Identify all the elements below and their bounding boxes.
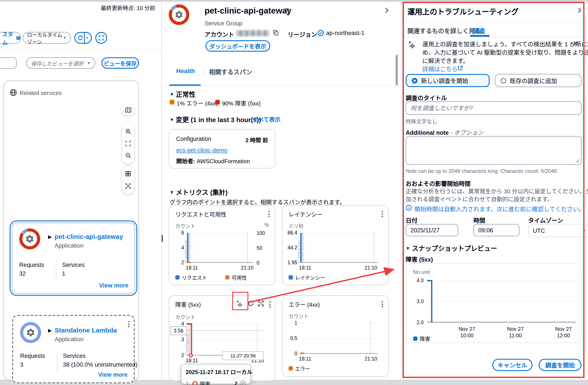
custom-range-button[interactable]: スタム xyxy=(0,32,21,44)
minimap-button[interactable] xyxy=(122,104,134,116)
explore-point-icon[interactable] xyxy=(240,380,246,385)
requests-label: Requests xyxy=(20,353,45,359)
tab-health[interactable]: Health xyxy=(176,67,195,74)
refresh-options-caret[interactable]: ▼ xyxy=(86,36,89,39)
card-menu-kebab[interactable] xyxy=(127,320,130,328)
expand-all-icon[interactable] xyxy=(125,183,131,189)
chart-title: エラー (4xx) xyxy=(289,300,320,308)
chart-plot[interactable]: Configurat... xyxy=(187,233,254,263)
chart-plot[interactable] xyxy=(427,280,576,322)
expand-node-icon[interactable]: ▶ xyxy=(48,234,52,240)
refresh-icon[interactable] xyxy=(248,300,254,307)
legend-item[interactable]: レイテンシー xyxy=(289,274,325,281)
time-input[interactable] xyxy=(473,224,519,236)
cancel-button[interactable]: キャンセル xyxy=(492,359,532,371)
legend-item[interactable]: 障害 xyxy=(413,335,430,342)
view-more-link[interactable]: View more xyxy=(98,371,128,378)
resize-handle-icon[interactable] xyxy=(575,159,580,163)
filter-input-partial[interactable] xyxy=(0,57,17,69)
account-value-redacted xyxy=(236,30,269,36)
chart-tooltip: 2025-11-27 18:17 ローカル 1. 障害 2 xyxy=(181,364,251,384)
app-root: 最終更新時点: 10 分前 スタム ローカルタイムゾーン ▼ ▼ 保存したビュー… xyxy=(0,0,588,385)
service-card-link[interactable]: pet-clinic-api-gateway xyxy=(55,233,123,240)
banner-line2: め、入力に基づいて AI 駆動型の提案を受け取り、問題をより迅速 xyxy=(422,48,588,56)
health-donut xyxy=(19,228,40,249)
calendar-icon xyxy=(16,35,21,41)
refresh-icon xyxy=(77,35,83,41)
option-add-existing[interactable]: 既存の調査に追加 xyxy=(495,74,581,87)
snapshot-metric-label: 障害 (5xx) xyxy=(406,255,433,263)
scrollbar-thumb[interactable] xyxy=(396,55,398,85)
panel-tabs-divider xyxy=(403,37,585,37)
tab-explore-related[interactable]: 関連するものを詳しく見る xyxy=(407,26,481,35)
collapse-panel-chevron-icon[interactable] xyxy=(383,7,390,14)
impact-desc-line2: 加される調査イベントに合わせて自動的に設定されます。 xyxy=(406,195,553,203)
close-icon[interactable] xyxy=(573,40,579,47)
timezone-dropdown[interactable]: UTC ▼ xyxy=(528,224,588,237)
timezone-select[interactable]: ローカルタイムゾーン ▼ xyxy=(23,32,71,44)
legend-item[interactable]: 可用性 xyxy=(225,274,247,281)
panel-divider-right xyxy=(402,2,403,380)
expand-chart-icon[interactable] xyxy=(257,300,264,307)
expand-node-icon[interactable]: ▶ xyxy=(48,328,52,333)
chart-plot[interactable]: Configurat... xyxy=(300,233,378,263)
y-tick: 44.2 xyxy=(283,245,297,250)
caret-down-icon[interactable]: ▼ xyxy=(170,92,174,97)
chart-card-latency[interactable]: レイテンシー ミリ秒 86.4 44.2 1.95 Configurat... … xyxy=(282,205,389,285)
chart-menu-kebab[interactable] xyxy=(268,301,272,308)
time-label: 時間 xyxy=(473,216,485,225)
services-value: 1 xyxy=(62,270,65,277)
view-dashboard-button[interactable]: ダッシュボードを表示 xyxy=(206,40,270,52)
open-panel-chevron-icon[interactable] xyxy=(576,7,583,14)
change-link[interactable]: ecs-pet-clinic-demo xyxy=(176,147,227,154)
x-tick: 21:10 xyxy=(241,265,253,270)
start-investigation-button[interactable]: 調査を開始 xyxy=(539,359,581,371)
custom-range-label: スタム xyxy=(2,29,14,46)
tab-investigate[interactable]: 調査 xyxy=(473,26,485,35)
chart-menu-kebab[interactable] xyxy=(381,210,384,218)
view-more-link[interactable]: View more xyxy=(99,282,128,289)
investigation-title-input[interactable] xyxy=(406,101,581,115)
chart-plot[interactable] xyxy=(300,323,378,354)
page-title: pet-clinic-api-gateway xyxy=(205,6,291,16)
caret-down-icon[interactable]: ▼ xyxy=(406,246,410,251)
zoom-out-icon[interactable] xyxy=(125,152,131,159)
view-all-link[interactable]: すべて表示 xyxy=(253,115,280,123)
fullscreen-button[interactable] xyxy=(95,32,107,44)
caret-down-icon[interactable]: ▼ xyxy=(170,117,174,122)
series-availability xyxy=(187,262,191,263)
x-tick: 21:10 xyxy=(365,265,377,270)
caret-down-icon[interactable]: ▼ xyxy=(170,190,174,195)
chart-card-errors[interactable]: エラー (4xx) カウント 1 0.5 0 18:11 21:10 エラー xyxy=(282,295,389,377)
save-view-button[interactable]: ビューを保存 xyxy=(102,57,139,69)
zoom-in-icon[interactable] xyxy=(125,128,131,135)
snapshot-chart-card[interactable]: No unit 4.0 3.0 2.0 Nov 27 10:00 Nov 27 … xyxy=(406,263,581,343)
legend-item[interactable]: エラー xyxy=(289,365,310,372)
fault-point-marker[interactable] xyxy=(189,354,193,358)
grid-layout-icon[interactable] xyxy=(125,171,131,177)
external-link-icon[interactable] xyxy=(457,65,463,71)
chart-menu-kebab[interactable] xyxy=(268,210,271,218)
learn-more-link[interactable]: 詳細はこちら xyxy=(422,64,458,73)
note-textarea[interactable] xyxy=(406,136,581,165)
chart-plot[interactable]: Configurat... xyxy=(187,324,265,355)
left-divider xyxy=(0,49,161,50)
refresh-split-button[interactable]: ▼ xyxy=(74,32,92,44)
service-card-pet-clinic[interactable]: ▶ pet-clinic-api-gateway Application Req… xyxy=(10,221,137,296)
option-label: 既存の調査に追加 xyxy=(510,76,557,85)
chart-menu-kebab[interactable] xyxy=(381,300,384,308)
date-input[interactable] xyxy=(406,224,458,236)
chart-card-requests[interactable]: リクエストと可用性 カウント % 6 4 2 100 50 0 Configur… xyxy=(169,205,275,285)
legend-item[interactable]: リクエスト xyxy=(175,274,207,281)
service-card-standalone-lambda[interactable]: ▶ Standalone Lambda Application Requests… xyxy=(12,315,135,383)
option-new-investigation[interactable]: 新しい調査を開始 xyxy=(406,74,490,87)
tab-correlated-spans[interactable]: 相関するスパン xyxy=(209,67,252,76)
copy-icon[interactable] xyxy=(273,30,279,36)
saved-view-select[interactable]: 保存したビューを選択 ▼ xyxy=(26,57,95,69)
service-card-link[interactable]: Standalone Lambda xyxy=(55,326,117,334)
banner-line1: 運用上の調査を加速しましょう。すべての検出結果を 1 か所に集 xyxy=(422,39,588,48)
page-subtitle: Service Group xyxy=(205,20,242,27)
change-event-card[interactable]: Configuration 2 時間 前 ecs-pet-clinic-demo… xyxy=(169,129,275,168)
copy-icon[interactable] xyxy=(284,8,291,14)
fit-view-icon[interactable] xyxy=(125,140,131,147)
